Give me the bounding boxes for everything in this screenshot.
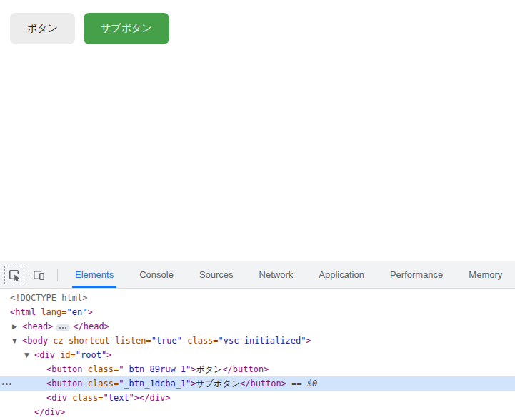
code-token-tag: > bbox=[87, 307, 92, 317]
code-token-text: ボタン bbox=[196, 364, 223, 374]
device-toolbar-button[interactable] bbox=[29, 266, 49, 284]
code-token-text: サブボタン bbox=[196, 379, 240, 389]
tab-application[interactable]: Application bbox=[309, 261, 374, 288]
dom-tree: <!DOCTYPE html><html lang="en">▶<head></… bbox=[0, 289, 515, 419]
code-token-attr: class= bbox=[83, 379, 119, 389]
row-overflow-menu-icon[interactable] bbox=[2, 383, 11, 385]
expand-arrow-icon[interactable]: ▶ bbox=[12, 319, 22, 334]
device-toolbar-icon bbox=[31, 268, 46, 282]
code-token-val: "vsc-initialized" bbox=[219, 336, 306, 346]
devtools-panel: ElementsConsoleSourcesNetworkApplication… bbox=[0, 261, 515, 420]
collapsed-content-button[interactable] bbox=[56, 324, 70, 331]
tab-sources[interactable]: Sources bbox=[189, 261, 244, 288]
page-button-default[interactable]: ボタン bbox=[10, 13, 75, 44]
code-token-val: "_btn_1dcba_1" bbox=[119, 379, 191, 389]
code-token-tag: <button bbox=[46, 379, 83, 389]
dom-node-row[interactable]: <div class="text"></div> bbox=[0, 391, 515, 405]
code-token-tag: <head> bbox=[22, 321, 53, 331]
collapse-arrow-icon[interactable]: ▼ bbox=[24, 348, 34, 362]
dom-node-row[interactable]: <!DOCTYPE html> bbox=[0, 291, 515, 305]
dom-node-row[interactable]: </div> bbox=[0, 405, 515, 419]
tab-console[interactable]: Console bbox=[129, 261, 184, 288]
code-token-val: "root" bbox=[76, 350, 106, 360]
code-token-tag: > bbox=[191, 364, 196, 374]
dom-node-row[interactable]: <html lang="en"> bbox=[0, 305, 515, 319]
web-page-preview: ボタンサブボタン bbox=[0, 0, 515, 261]
dom-node-row[interactable]: ▶<head></head> bbox=[0, 319, 515, 334]
page-button-primary[interactable]: サブボタン bbox=[84, 13, 169, 44]
code-token-tag: > bbox=[106, 350, 111, 360]
code-token-tag: > bbox=[306, 336, 311, 346]
code-token-tag: </div> bbox=[139, 393, 170, 403]
devtools-tabs: ElementsConsoleSourcesNetworkApplication… bbox=[65, 261, 515, 288]
dom-node-row[interactable]: <button class="_btn_89ruw_1">ボタン</button… bbox=[0, 362, 515, 376]
devtools-toolbar: ElementsConsoleSourcesNetworkApplication… bbox=[0, 261, 515, 289]
inspect-element-icon bbox=[7, 268, 21, 282]
code-token-tag: </div> bbox=[34, 407, 65, 417]
code-token-tag: > bbox=[134, 393, 139, 403]
code-token-attr: class= bbox=[83, 364, 119, 374]
code-token-sel: == $0 bbox=[286, 379, 317, 389]
code-token-tag: > bbox=[191, 379, 196, 389]
collapse-arrow-icon[interactable]: ▼ bbox=[12, 334, 22, 348]
code-token-tag: <div bbox=[34, 350, 55, 360]
page-buttons: ボタンサブボタン bbox=[10, 13, 515, 44]
dom-node-row[interactable]: ▼<div id="root"> bbox=[0, 348, 515, 362]
code-token-attr: class= bbox=[67, 393, 104, 403]
code-token-tag: </button> bbox=[240, 379, 286, 389]
code-token-attr: id= bbox=[55, 350, 76, 360]
code-token-tag: <div bbox=[46, 393, 67, 403]
code-token-val: "en" bbox=[66, 307, 87, 317]
code-token-tag: <button bbox=[46, 364, 83, 374]
code-token-val: "true" bbox=[151, 336, 182, 346]
dom-node-row[interactable]: <button class="_btn_1dcba_1">サブボタン</butt… bbox=[0, 376, 515, 391]
code-token-val: "text" bbox=[103, 393, 134, 403]
code-token-attr: class= bbox=[182, 336, 219, 346]
dom-node-row[interactable]: ▼<body cz-shortcut-listen="true" class="… bbox=[0, 334, 515, 348]
tab-elements[interactable]: Elements bbox=[65, 261, 124, 288]
code-token-attr: lang= bbox=[36, 307, 66, 317]
tab-network[interactable]: Network bbox=[249, 261, 304, 288]
code-token-attr: cz-shortcut-listen= bbox=[48, 336, 151, 346]
code-token-tag: </button> bbox=[222, 364, 269, 374]
code-token-doctype: <!DOCTYPE html> bbox=[10, 293, 87, 303]
code-token-val: "_btn_89ruw_1" bbox=[119, 364, 191, 374]
tab-memory[interactable]: Memory bbox=[459, 261, 512, 288]
tab-performance[interactable]: Performance bbox=[380, 261, 453, 288]
code-token-tag: <html bbox=[10, 307, 36, 317]
inspect-element-button[interactable] bbox=[4, 266, 24, 284]
code-token-tag: <body bbox=[22, 336, 48, 346]
code-token-tag: </head> bbox=[73, 321, 109, 331]
toolbar-divider bbox=[57, 269, 58, 281]
